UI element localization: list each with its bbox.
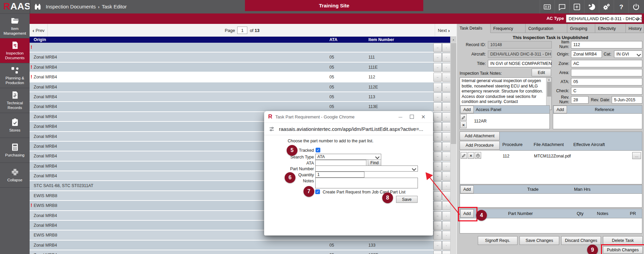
breadcrumb-inspection-documents[interactable]: Inspection Documents [46,4,96,9]
row-more-button[interactable] [433,112,442,121]
row-more-button[interactable] [433,152,442,161]
column-header-item-number[interactable]: Item Number [368,37,394,43]
table-row[interactable]: Zonal MRB405112E [30,82,450,92]
print-icon[interactable] [475,152,481,159]
notes-scrollbar[interactable]: ▲ ▼ [546,78,551,110]
row-more-button[interactable] [433,211,442,220]
add-window-button[interactable] [569,0,584,13]
row-more-button[interactable] [433,63,442,72]
item-num-field[interactable]: 112 [571,41,642,48]
add-attachment-button[interactable]: Add Attachment [460,132,500,140]
tab-history[interactable]: History [626,24,644,33]
table-row[interactable]: Zonal MRB405133 [30,241,450,250]
settings-gears-button[interactable] [599,0,614,13]
row-more-button[interactable] [433,43,442,52]
row-detail-button[interactable] [442,73,450,82]
edit-notes-button[interactable]: Edit [532,69,551,76]
table-row[interactable]: Zonal MRB405111 [30,52,450,62]
raas-logo[interactable]: RAAS [3,1,31,12]
attachment-file-name[interactable]: MTCM112Zonal.pdf [534,154,571,158]
sidebar-item-collapse[interactable]: Collapse [0,163,30,188]
row-more-button[interactable] [433,241,442,250]
sidebar-item-purchasing[interactable]: Purchasing [0,138,30,163]
row-more-button[interactable] [433,132,442,141]
row-more-button[interactable] [433,231,442,240]
row-detail-button[interactable] [442,201,450,210]
dialog-notes-textarea[interactable] [315,178,418,188]
row-more-button[interactable] [433,53,442,62]
row-detail-button[interactable] [442,211,450,220]
maximize-icon[interactable] [406,112,418,122]
delete-task-button[interactable]: Delete Task [603,236,643,245]
row-detail-button[interactable] [442,142,450,151]
scroll-up-icon[interactable] [451,37,456,42]
edit-icon[interactable] [461,152,467,159]
part-number-select[interactable] [315,166,418,172]
add-part-button[interactable]: Add [460,209,474,218]
sidebar-item-technical-records[interactable]: Technical Records [0,88,30,113]
area-field[interactable] [571,69,642,76]
row-detail-button[interactable] [442,162,450,171]
minimize-icon[interactable] [395,112,406,122]
sidebar-item-inspection-documents[interactable]: Inspection Documents [0,38,30,63]
save-button[interactable]: Save [396,196,418,203]
quantity-input[interactable]: 1 [315,172,364,178]
row-detail-button[interactable] [442,241,450,250]
cat-select[interactable]: IN GVI [614,50,642,58]
power-button[interactable] [629,0,643,13]
page-number-input[interactable]: 1 [237,27,247,34]
row-detail-button[interactable] [442,132,450,141]
row-detail-button[interactable] [442,221,450,230]
row-more-button[interactable] [433,221,442,230]
add-trade-button[interactable]: Add [460,185,474,193]
table-row[interactable]: Zonal MRB405113E [30,102,450,112]
row-more-button[interactable] [433,201,442,210]
search-type-select[interactable]: ATA [315,154,381,160]
close-icon[interactable] [418,112,429,122]
row-more-button[interactable] [433,102,442,111]
table-row[interactable]: Zonal MRB405113 [30,92,450,102]
row-more-button[interactable] [433,93,442,102]
add-access-panel-button[interactable]: Add [460,106,474,113]
row-detail-button[interactable] [442,43,450,52]
table-row[interactable] [30,43,450,52]
attachment-more-button[interactable]: ... [632,152,641,159]
row-detail-button[interactable] [442,172,450,181]
tab-task-details[interactable]: Task Details [457,24,491,33]
prev-page-button[interactable]: Prev [30,24,48,37]
row-more-button[interactable] [433,181,442,190]
tracked-checkbox[interactable] [316,148,320,152]
sidebar-item-planning-production[interactable]: Planning & Production [0,63,30,88]
add-reference-button[interactable]: Add [553,106,567,113]
table-row[interactable]: Zonal MRB405133E [30,250,450,254]
delete-x-icon[interactable]: × [460,121,467,128]
row-detail-button[interactable] [442,152,450,161]
row-detail-button[interactable] [442,102,450,111]
row-more-button[interactable] [433,83,442,92]
row-more-button[interactable] [433,122,442,131]
scrollbar-thumb[interactable] [451,43,456,144]
create-part-request-checkbox[interactable] [315,189,320,194]
table-row[interactable]: Zonal MRB405111E [30,63,450,72]
row-more-button[interactable] [433,142,442,151]
row-detail-button[interactable] [442,63,450,72]
panel-ata-field[interactable]: 05 [571,78,642,85]
dialog-ata-input[interactable] [315,160,366,166]
column-header-ata[interactable]: ATA [329,37,337,43]
sidebar-item-stores[interactable]: Stores [0,113,30,138]
id-card-button[interactable] [540,0,554,13]
zone-field[interactable]: AC [571,60,642,67]
rev-num-field[interactable]: 28 [571,96,588,104]
rev-date-field[interactable]: 5-Jun-2015 [612,96,642,104]
tab-frequency[interactable]: Frequency [491,24,526,33]
tab-configuration[interactable]: Configuration [526,24,567,33]
tab-grouping[interactable]: Grouping [567,24,595,33]
title-field[interactable]: IN GVI of NOSE COMPARTMENT [488,60,552,67]
column-header-origin[interactable]: Origin [34,37,46,43]
next-page-button[interactable]: Next [435,24,453,37]
discard-changes-button[interactable]: Discard Changes [561,236,601,245]
row-detail-button[interactable] [442,181,450,190]
ac-type-select[interactable]: DEHAVILLAND DHC-8-311 - DHC-8-3 [566,14,642,23]
row-more-button[interactable] [433,162,442,171]
check-field[interactable]: C [571,87,642,95]
